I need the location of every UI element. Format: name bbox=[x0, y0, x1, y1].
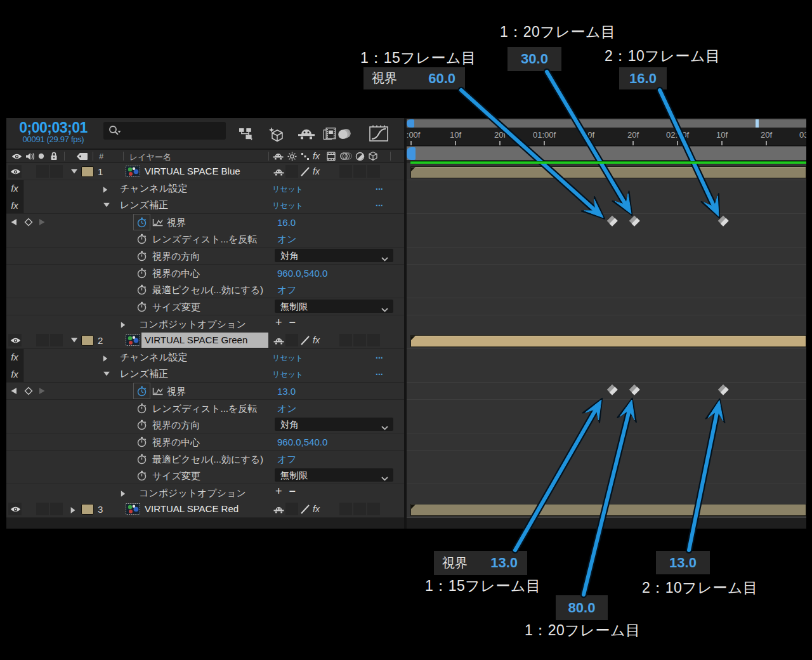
stopwatch-icon[interactable] bbox=[136, 403, 147, 414]
composite-options-add-remove[interactable]: + − bbox=[275, 485, 298, 498]
keyframe-diamond[interactable] bbox=[628, 383, 641, 399]
layer-video-eye-icon[interactable] bbox=[10, 506, 21, 513]
keyframe-diamond[interactable] bbox=[717, 214, 730, 230]
add-keyframe-diamond-button[interactable] bbox=[24, 386, 33, 395]
effect-reset-link[interactable]: リセット bbox=[272, 184, 303, 195]
solo-switch-cell[interactable] bbox=[36, 165, 49, 178]
property-value[interactable]: 960.0,540.0 bbox=[277, 268, 327, 279]
stopwatch-icon[interactable] bbox=[136, 268, 147, 279]
property-dropdown[interactable]: 対角 bbox=[275, 249, 393, 262]
solo-switch-cell[interactable] bbox=[36, 334, 49, 346]
stopwatch-icon[interactable] bbox=[136, 301, 147, 312]
property-dropdown[interactable]: 対角 bbox=[275, 418, 393, 431]
layer-quality-switch-icon[interactable] bbox=[301, 167, 310, 176]
composite-options-expand-toggle[interactable] bbox=[121, 490, 126, 498]
effect-expand-toggle[interactable] bbox=[103, 371, 110, 376]
layer-expand-toggle[interactable] bbox=[70, 338, 78, 343]
include-in-graph-editor-icon[interactable] bbox=[152, 218, 164, 227]
property-value[interactable]: 16.0 bbox=[277, 217, 296, 228]
effect-name[interactable]: チャンネル設定 bbox=[120, 352, 188, 364]
work-area-start-handle[interactable] bbox=[407, 147, 416, 160]
property-value[interactable]: 960.0,540.0 bbox=[277, 437, 327, 447]
adjustment-switch-cell[interactable] bbox=[367, 503, 380, 515]
stopwatch-icon[interactable] bbox=[136, 419, 147, 430]
navigator-playhead-marker[interactable] bbox=[756, 119, 759, 128]
layer-source-thumbnail[interactable] bbox=[126, 334, 140, 346]
property-name[interactable]: サイズ変更 bbox=[152, 301, 200, 314]
property-value[interactable]: オフ bbox=[277, 284, 297, 296]
effect-name[interactable]: レンズ補正 bbox=[120, 368, 168, 380]
property-name[interactable]: 視界 bbox=[167, 217, 186, 229]
layer-duration-bar[interactable] bbox=[410, 335, 806, 348]
solo-column-icon[interactable] bbox=[37, 150, 45, 162]
stopwatch-icon[interactable] bbox=[136, 454, 147, 465]
number-column-header[interactable]: # bbox=[99, 152, 103, 161]
keyframe-diamond[interactable] bbox=[606, 383, 619, 399]
effect-expand-toggle[interactable] bbox=[103, 186, 108, 194]
layer-effects-switch-icon[interactable]: fx bbox=[312, 336, 325, 345]
solo-switch-cell[interactable] bbox=[36, 503, 49, 515]
adjustment-layer-column-icon[interactable] bbox=[354, 150, 365, 162]
property-dropdown[interactable]: 無制限 bbox=[275, 468, 393, 482]
property-name[interactable]: 視界の中心 bbox=[152, 268, 200, 280]
effect-expand-toggle[interactable] bbox=[103, 202, 110, 208]
shy-column-icon[interactable] bbox=[272, 150, 284, 162]
effect-reset-link[interactable]: リセット bbox=[272, 353, 303, 364]
lock-column-icon[interactable] bbox=[49, 150, 58, 162]
layer-label-color-swatch[interactable] bbox=[81, 504, 94, 515]
adjustment-switch-cell[interactable] bbox=[367, 165, 380, 178]
stopwatch-icon-animated[interactable] bbox=[136, 386, 147, 397]
motion-blur-button[interactable] bbox=[334, 123, 356, 145]
adjustment-switch-cell[interactable] bbox=[367, 334, 380, 346]
video-column-icon[interactable] bbox=[11, 150, 22, 162]
motion-blur-column-icon[interactable] bbox=[339, 150, 352, 162]
composite-options-expand-toggle[interactable] bbox=[121, 321, 126, 329]
include-in-graph-editor-icon[interactable] bbox=[152, 387, 164, 395]
layer-expand-toggle[interactable] bbox=[70, 169, 78, 174]
frame-blend-switch-cell[interactable] bbox=[339, 334, 352, 346]
work-area-bar[interactable] bbox=[407, 146, 806, 160]
effect-reset-link[interactable]: リセット bbox=[272, 369, 303, 380]
stopwatch-icon[interactable] bbox=[136, 284, 147, 295]
layer-shy-switch-icon[interactable] bbox=[273, 168, 284, 176]
layer-name[interactable]: VIRTUAL SPACE Green bbox=[145, 334, 247, 345]
timecode[interactable]: 0;00;03;01 bbox=[13, 120, 94, 135]
effect-expand-toggle[interactable] bbox=[103, 355, 108, 362]
effect-options-link[interactable]: ... bbox=[376, 350, 383, 360]
property-name[interactable]: コンポジットオプション bbox=[139, 487, 246, 499]
collapse-switch-cell[interactable] bbox=[285, 503, 298, 515]
property-name[interactable]: レンズディスト...を反転 bbox=[152, 234, 257, 246]
property-name[interactable]: サイズ変更 bbox=[152, 470, 200, 482]
effect-options-link[interactable]: ... bbox=[376, 367, 383, 377]
layer-effects-switch-icon[interactable]: fx bbox=[312, 505, 325, 514]
layer-label-color-swatch[interactable] bbox=[81, 335, 94, 346]
property-name[interactable]: 視界 bbox=[167, 386, 186, 398]
hide-shy-layers-button[interactable] bbox=[296, 123, 317, 145]
lock-switch-cell[interactable] bbox=[50, 503, 63, 515]
effects-column-icon[interactable]: fx bbox=[312, 150, 325, 162]
layer-name[interactable]: VIRTUAL SPACE Red bbox=[145, 503, 239, 514]
motion-blur-switch-cell[interactable] bbox=[353, 165, 366, 178]
keyframe-diamond[interactable] bbox=[628, 214, 641, 230]
property-value[interactable]: オン bbox=[277, 403, 297, 415]
motion-blur-switch-cell[interactable] bbox=[353, 334, 366, 346]
layer-label-color-swatch[interactable] bbox=[81, 166, 94, 177]
stopwatch-icon-animated[interactable] bbox=[136, 217, 147, 228]
add-keyframe-diamond-button[interactable] bbox=[24, 218, 33, 227]
motion-blur-switch-cell[interactable] bbox=[353, 503, 366, 515]
effect-reset-link[interactable]: リセット bbox=[272, 201, 303, 211]
property-name[interactable]: コンポジットオプション bbox=[139, 319, 246, 331]
quality-column-icon[interactable] bbox=[300, 150, 310, 162]
layer-shy-switch-icon[interactable] bbox=[273, 337, 284, 345]
frame-blend-switch-cell[interactable] bbox=[339, 165, 352, 178]
label-column-icon[interactable] bbox=[75, 150, 89, 162]
layer-name[interactable]: VIRTUAL SPACE Blue bbox=[145, 166, 240, 176]
property-name[interactable]: 視界の中心 bbox=[152, 437, 200, 449]
layer-source-thumbnail[interactable] bbox=[126, 166, 140, 177]
layer-duration-bar[interactable] bbox=[410, 504, 806, 517]
property-name[interactable]: レンズディスト...を反転 bbox=[152, 403, 257, 415]
collapse-switch-cell[interactable] bbox=[285, 334, 298, 346]
next-keyframe-button[interactable] bbox=[39, 387, 46, 395]
stopwatch-icon[interactable] bbox=[136, 470, 147, 481]
next-keyframe-button[interactable] bbox=[39, 218, 46, 226]
